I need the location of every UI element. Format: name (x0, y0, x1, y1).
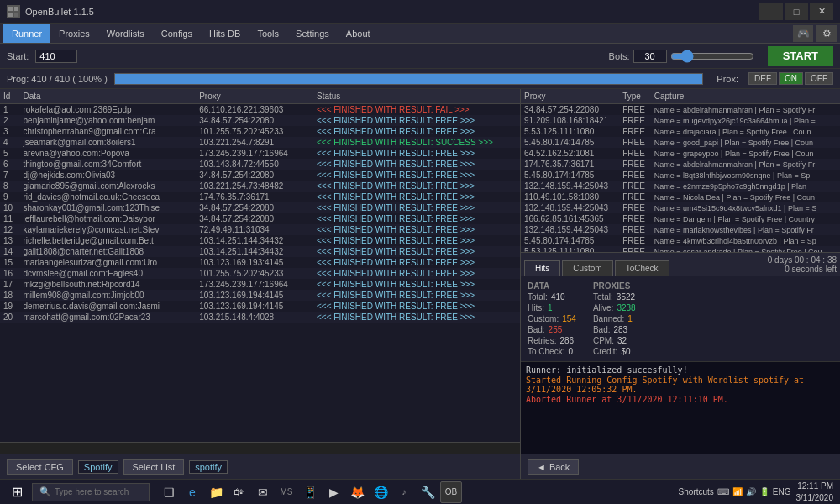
table-row[interactable]: 14galit1808@charter.net:Galit1808103.14.… (0, 246, 520, 257)
table-row[interactable]: 132.148.159.44:25043FREEName = mariaknow… (521, 224, 840, 235)
table-row[interactable]: 6thingtoo@gmail.com:34Comfort103.143.84.… (0, 159, 520, 170)
table-row[interactable]: 11jefflaurebell@hotmail.com:Daisybor34.8… (0, 213, 520, 224)
data-table-container[interactable]: Id Data Proxy Status 1rokafela@aol.com:2… (0, 89, 520, 442)
table-row[interactable]: 4jseamark@gmail.com:8oilers1103.221.254.… (0, 137, 520, 148)
col-status: Status (313, 89, 520, 104)
menu-configs[interactable]: Configs (153, 24, 201, 43)
tab-tocheck[interactable]: ToCheck (615, 260, 669, 276)
proxy-def-button[interactable]: DEF (748, 72, 777, 85)
table-row[interactable]: 64.52.162.52:1081FREEName = grapeypoo | … (521, 148, 840, 159)
col-id: Id (0, 89, 20, 104)
stat-cpm: 32 (617, 336, 627, 345)
table-row[interactable]: 91.209.108.168:18421FREEName = mugevdpyx… (521, 115, 840, 126)
select-cfg-button[interactable]: Select CFG (7, 459, 73, 475)
menu-hitsdb[interactable]: Hits DB (201, 24, 249, 43)
minimize-button[interactable]: — (759, 3, 783, 20)
taskbar-search-box[interactable]: 🔍 (32, 483, 150, 501)
table-row[interactable]: 5arevna@yahoo.com:Popova173.245.239.177:… (0, 148, 520, 159)
start-button[interactable]: START (768, 46, 833, 66)
stat-alive: 3238 (617, 303, 635, 312)
bots-input[interactable]: 30 (633, 50, 667, 63)
table-row[interactable]: 5.53.125.111:1080FREEName = cesar andrad… (521, 246, 840, 252)
table-row[interactable]: 5.45.80.174:14785FREEName = good_papi | … (521, 137, 840, 148)
menu-proxies[interactable]: Proxies (50, 24, 98, 43)
taskbar-icon-store[interactable]: 🛍 (228, 481, 250, 503)
sound-icon: 🔊 (746, 487, 756, 496)
data-stats-col: DATA Total:410 Hits:1 Custom:154 Bad:255… (528, 281, 576, 356)
menu-runner[interactable]: Runner (3, 24, 50, 43)
table-row[interactable]: 132.148.159.44:25043FREEName = um45si15c… (521, 202, 840, 213)
console-area[interactable]: Runner: initialized succesfully! Started… (521, 361, 840, 454)
back-button[interactable]: ◄ Back (528, 459, 579, 475)
taskbar-icon-ms[interactable]: MS (276, 481, 297, 503)
back-arrow-icon: ◄ (537, 462, 546, 472)
table-row[interactable]: 13richelle.betteridge@gmail.com:Bett103.… (0, 235, 520, 246)
bots-slider[interactable] (670, 50, 754, 63)
table-row[interactable]: 166.62.85.161:45365FREEName = Dangem | P… (521, 213, 840, 224)
table-row[interactable]: 19demetrius.c.davis@gmail.com:Jasmi103.1… (0, 301, 520, 312)
taskbar-icon-task-view[interactable]: ❑ (158, 481, 180, 503)
taskbar-icon-app1[interactable]: 📱 (299, 481, 321, 503)
table-row[interactable]: 34.84.57.254:22080FREEName = abdelrahman… (521, 104, 840, 116)
battery-icon: 🔋 (759, 487, 769, 496)
menu-wordlists[interactable]: Wordlists (98, 24, 153, 43)
taskbar-icon-mail[interactable]: ✉ (252, 481, 274, 503)
menu-tools[interactable]: Tools (249, 24, 287, 43)
table-row[interactable]: 16dcvmslee@gmail.com:Eagles40101.255.75.… (0, 268, 520, 279)
taskbar-icon-explorer[interactable]: 📁 (205, 481, 227, 503)
tab-custom[interactable]: Custom (562, 260, 612, 276)
stat-total: 410 (551, 292, 565, 302)
tab-hits[interactable]: Hits (524, 260, 560, 276)
close-button[interactable]: ✕ (810, 3, 833, 20)
search-icon: 🔍 (39, 486, 51, 497)
table-row[interactable]: 10sharonkay001@gmail.com:123Thise34.84.5… (0, 202, 520, 213)
table-row[interactable]: 132.148.159.44:25043FREEName = e2nmze9p5… (521, 181, 840, 192)
title-bar: OpenBullet 1.1.5 — □ ✕ (0, 0, 840, 24)
maximize-button[interactable]: □ (785, 3, 808, 20)
table-row[interactable]: 17mkzg@bellsouth.net:Ripcord14173.245.23… (0, 279, 520, 290)
table-row[interactable]: 12kaylamariekerely@comcast.net:Stev72.49… (0, 224, 520, 235)
main-content: Id Data Proxy Status 1rokafela@aol.com:2… (0, 89, 840, 479)
table-row[interactable]: 174.76.35.7:36171FREEName = abdelrahmanm… (521, 159, 840, 170)
table-row[interactable]: 5.45.80.174:14785FREEName = l8qt38lnfhbj… (521, 170, 840, 181)
table-row[interactable]: 20marcohatt@gmail.com:02Pacar23103.215.1… (0, 312, 520, 323)
discord-icon[interactable]: 🎮 (793, 25, 813, 42)
taskbar-date-value: 3/11/2020 (796, 492, 834, 504)
rcol-proxy: Proxy (521, 89, 619, 104)
menu-settings[interactable]: Settings (287, 24, 338, 43)
table-row[interactable]: 9rid_davies@hotmail.co.uk:Cheeseca174.76… (0, 192, 520, 202)
select-list-button[interactable]: Select List (123, 459, 185, 475)
progress-label: Prog: 410 / 410 ( 100% ) (7, 74, 108, 84)
taskbar-icon-app4[interactable]: 🔧 (417, 481, 438, 503)
timer-info: 0 days 00 : 04 : 38 0 seconds left (768, 255, 837, 276)
menu-about[interactable]: About (338, 24, 379, 43)
taskbar-icon-chrome[interactable]: 🌐 (370, 481, 391, 503)
table-row[interactable]: 110.49.101.58:1080FREEName = Nicola Dea … (521, 192, 840, 202)
taskbar-icon-firefox[interactable]: 🦊 (346, 481, 368, 503)
taskbar-icon-openbullet[interactable]: OB (440, 481, 462, 503)
table-row[interactable]: 2benjaminjame@yahoo.com:benjam34.84.57.2… (0, 115, 520, 126)
start-menu-button[interactable]: ⊞ (3, 481, 30, 503)
stat-proxy-bad: 283 (614, 325, 628, 334)
table-row[interactable]: 5.53.125.111:1080FREEName = drajaciara |… (521, 126, 840, 137)
proxy-on-button[interactable]: ON (779, 72, 803, 85)
settings-icon[interactable]: ⚙ (816, 25, 837, 42)
table-row[interactable]: 3christophertrahan9@gmail.com:Cra101.255… (0, 126, 520, 137)
start-input[interactable]: 410 (35, 50, 77, 63)
table-row[interactable]: 5.45.80.174:14785FREEName = 4kmwb3crlhol… (521, 235, 840, 246)
proxy-off-button[interactable]: OFF (805, 72, 833, 85)
taskbar-icon-app3[interactable]: ♪ (393, 481, 415, 503)
right-table-container[interactable]: Proxy Type Capture 34.84.57.254:22080FRE… (521, 89, 840, 252)
menu-bar: Runner Proxies Wordlists Configs Hits DB… (0, 24, 840, 44)
taskbar-icon-app2[interactable]: ▶ (323, 481, 344, 503)
taskbar-icon-edge[interactable]: e (181, 481, 203, 503)
table-row[interactable]: 15mariaangelesurizar@gmail.com:Uro103.12… (0, 257, 520, 268)
table-row[interactable]: 1rokafela@aol.com:2369Epdp66.110.216.221… (0, 104, 520, 116)
table-row[interactable]: 7dj@hejkids.com:Olivia0334.84.57.254:220… (0, 170, 520, 181)
progress-row: Prog: 410 / 410 ( 100% ) Prox: DEF ON OF… (0, 69, 840, 89)
table-row[interactable]: 18millem908@gmail.com:Jimjob00103.123.16… (0, 290, 520, 301)
taskbar-search-input[interactable] (55, 487, 139, 496)
system-tray-icons: Shortcuts ⌨ 📶 🔊 🔋 ENG (679, 487, 791, 496)
table-scrollbar[interactable] (0, 442, 520, 454)
table-row[interactable]: 8giamarie895@gmail.com:Alexrocks103.221.… (0, 181, 520, 192)
